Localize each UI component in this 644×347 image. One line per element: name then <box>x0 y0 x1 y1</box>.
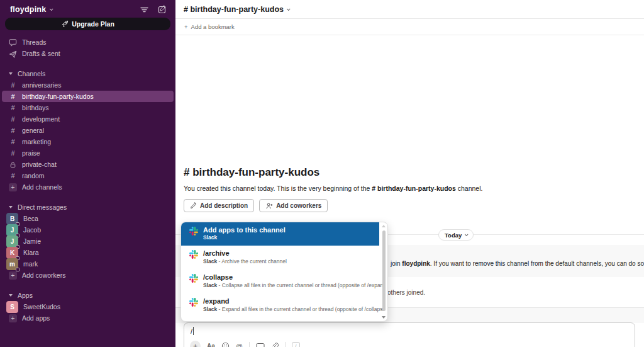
add-channels-button[interactable]: + Add channels <box>2 181 174 193</box>
avatar-initial: B <box>10 215 14 222</box>
popup-scrollbar-thumb[interactable] <box>382 230 386 311</box>
sidebar-channel-general[interactable]: # general <box>2 125 174 136</box>
sidebar-channel-birthday-fun-party-kudos[interactable]: # birthday-fun-party-kudos <box>2 91 174 102</box>
command-menu-item-archive[interactable]: /archive Slack - Archive the current cha… <box>181 246 387 270</box>
app-label: SweetKudos <box>23 303 60 310</box>
dm-label: Beca <box>23 215 38 222</box>
slash-commands-icon[interactable]: / <box>292 342 300 347</box>
sidebar-channel-marketing[interactable]: # marketing <box>2 136 174 147</box>
dm-label: Jacob <box>23 226 41 234</box>
add-coworkers-button[interactable]: + Add coworkers <box>2 270 174 281</box>
attach-plus-icon[interactable]: + <box>190 341 201 347</box>
mention-icon[interactable]: @ <box>236 343 243 347</box>
channel-label: general <box>22 127 44 134</box>
add-description-button[interactable]: Add description <box>184 199 254 212</box>
dm-label: mark <box>23 260 38 268</box>
command-title: /archive <box>203 249 287 258</box>
sidebar-dm-beca[interactable]: B Beca <box>2 213 174 224</box>
slack-logo-icon <box>189 250 198 259</box>
channel-label: development <box>22 115 60 123</box>
emoji-icon[interactable] <box>221 342 230 347</box>
channel-title[interactable]: # birthday-fun-party-kudos <box>184 5 284 14</box>
chevron-down-icon <box>287 7 291 11</box>
message-text: join <box>391 260 402 267</box>
sidebar-channel-praise[interactable]: # praise <box>2 147 174 159</box>
channel-intro-description: You created this channel today. This is … <box>184 185 482 192</box>
sidebar-channel-development[interactable]: # development <box>2 113 174 125</box>
new-message-icon[interactable] <box>158 5 167 14</box>
sidebar-item-threads[interactable]: Threads <box>2 37 174 48</box>
channel-label: random <box>22 172 45 179</box>
add-coworkers-intro-button[interactable]: Add coworkers <box>259 199 328 212</box>
sidebar-channel-anniversaries[interactable]: # anniversaries <box>2 79 174 91</box>
channel-intro: # birthday-fun-party-kudos You created t… <box>184 166 482 212</box>
threads-icon <box>9 38 17 47</box>
attach-file-icon[interactable] <box>271 343 279 347</box>
sidebar-dm-mark[interactable]: m mark <box>2 258 174 270</box>
command-desc-text: - Collapse all files in the current chan… <box>217 282 384 288</box>
scroll-up-icon[interactable] <box>382 225 386 227</box>
dm-section-header[interactable]: Direct messages <box>0 202 175 213</box>
command-desc-text: - Archive the current channel <box>217 258 287 265</box>
avatar-initial: J <box>11 238 14 245</box>
avatar-initial: S <box>10 304 14 310</box>
sidebar-dm-klara[interactable]: K Klara <box>2 247 174 258</box>
text-cursor <box>193 327 194 335</box>
upgrade-plan-button[interactable]: Upgrade Plan <box>5 18 170 30</box>
sidebar-channel-random[interactable]: # random <box>2 170 174 181</box>
add-apps-button[interactable]: + Add apps <box>2 312 174 324</box>
sidebar-channel-private-chat[interactable]: private-chat <box>2 159 174 170</box>
sidebar-channel-birthdays[interactable]: # birthdays <box>2 102 174 113</box>
intro-text: channel. <box>456 185 483 192</box>
message-composer[interactable]: / + Aa @ / <box>184 322 635 347</box>
sidebar-dm-jacob[interactable]: J Jacob <box>2 224 174 236</box>
command-menu-item-collapse[interactable]: /collapse Slack - Collapse all files in … <box>181 270 387 293</box>
apps-section-header[interactable]: Apps <box>0 290 175 301</box>
joined-message-text: others joined. <box>387 289 425 296</box>
date-pill[interactable]: Today <box>438 229 474 241</box>
command-menu-item-add-apps[interactable]: Add apps to this channel Slack <box>181 222 379 246</box>
command-title: /expand <box>203 297 384 305</box>
filter-icon[interactable] <box>140 6 148 14</box>
channel-label: anniversaries <box>22 81 61 89</box>
sidebar-app-sweetkudos[interactable]: S SweetKudos <box>2 301 174 312</box>
text-format-icon[interactable]: Aa <box>207 343 215 347</box>
add-bookmark-label[interactable]: Add a bookmark <box>191 23 235 30</box>
add-apps-label: Add apps <box>22 314 50 322</box>
composer-input[interactable]: / <box>184 323 635 335</box>
avatar: K <box>6 247 18 259</box>
sidebar-item-label: Threads <box>22 38 47 46</box>
composer-value: / <box>191 327 192 335</box>
chevron-down-icon <box>9 206 13 208</box>
chevron-down-icon <box>465 232 469 236</box>
workspace-switcher[interactable]: floydpink <box>0 0 175 17</box>
bookmark-bar[interactable]: + Add a bookmark <box>175 19 644 35</box>
command-description: Slack - Collapse all files in the curren… <box>203 282 384 289</box>
command-app-name: Slack <box>203 234 286 241</box>
command-app-name: Slack <box>203 306 217 312</box>
dm-label: Klara <box>23 249 39 256</box>
channel-label: birthday-fun-party-kudos <box>22 93 94 100</box>
screen-share-icon[interactable] <box>256 343 265 347</box>
workspace-name[interactable]: floydpink <box>10 5 46 14</box>
channel-label: marketing <box>22 138 51 145</box>
command-menu-item-expand[interactable]: /expand Slack - Expand all files in the … <box>181 293 387 317</box>
scroll-down-icon[interactable] <box>382 316 386 319</box>
chevron-down-icon <box>9 72 13 75</box>
hash-icon: # <box>9 104 17 111</box>
workspace-name-inline: floydpink <box>402 260 430 267</box>
hash-icon: # <box>9 127 17 134</box>
channel-header[interactable]: # birthday-fun-party-kudos <box>175 0 644 19</box>
add-coworkers-intro-label: Add coworkers <box>276 202 321 209</box>
hash-icon: # <box>9 138 17 145</box>
sidebar-item-drafts-sent[interactable]: Drafts & sent <box>2 48 174 59</box>
rocket-icon <box>61 20 69 28</box>
channels-section-header[interactable]: Channels <box>0 68 175 79</box>
add-coworkers-label: Add coworkers <box>22 271 65 279</box>
add-channels-label: Add channels <box>22 183 62 191</box>
avatar-initial: K <box>10 249 14 256</box>
sidebar-dm-jamie[interactable]: J Jamie <box>2 236 174 247</box>
chevron-down-icon <box>50 7 53 11</box>
chevron-down-icon <box>9 294 13 297</box>
toolbar-divider <box>285 342 286 347</box>
